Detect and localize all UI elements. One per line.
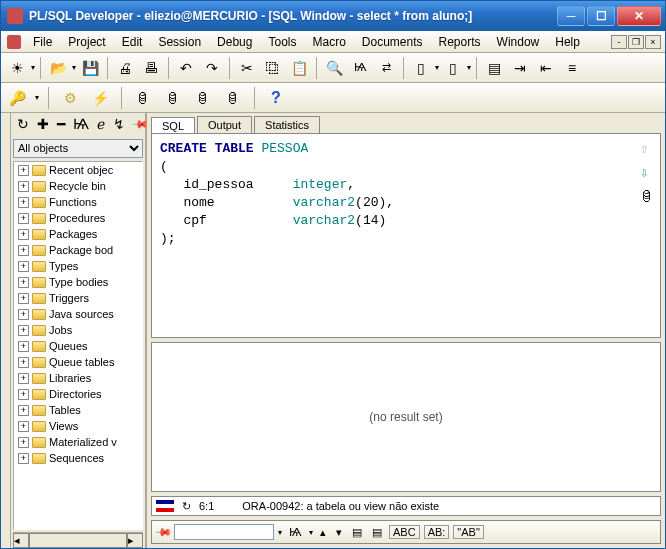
expand-icon[interactable]: + [18,293,29,304]
menu-session[interactable]: Session [150,33,209,51]
save-icon[interactable]: 💾 [78,56,102,80]
export-icon[interactable]: ▤ [482,56,506,80]
tab-sql[interactable]: SQL [151,117,195,134]
horizontal-scrollbar[interactable]: ◂▸ [13,532,143,548]
expand-icon[interactable]: + [18,405,29,416]
expand-icon[interactable]: + [18,357,29,368]
menu-edit[interactable]: Edit [114,33,151,51]
expand-icon[interactable]: + [18,389,29,400]
undo-icon[interactable]: ↶ [174,56,198,80]
help-icon[interactable]: ? [264,86,288,110]
find-prev-icon[interactable]: ▴ [317,526,329,539]
expand-icon[interactable]: + [18,213,29,224]
execute-icon[interactable]: ⚙ [58,86,82,110]
cut-icon[interactable]: ✂ [235,56,259,80]
filter-select[interactable]: All objects [13,139,143,158]
add-icon[interactable]: ✚ [35,116,51,132]
regex-button[interactable]: "AB" [453,525,483,539]
tree-item[interactable]: +Packages [14,226,142,242]
mdi-minimize-button[interactable]: - [611,35,627,49]
break-icon[interactable]: ⚡ [88,86,112,110]
db-icon[interactable]: 🛢 [221,86,245,110]
menu-file[interactable]: File [25,33,60,51]
menu-debug[interactable]: Debug [209,33,260,51]
filter-icon[interactable]: ℯ [95,116,107,132]
tools-icon[interactable]: ↯ [111,116,127,132]
redo-icon[interactable]: ↷ [200,56,224,80]
tree-item[interactable]: +Java sources [14,306,142,322]
menu-project[interactable]: Project [60,33,113,51]
titlebar[interactable]: PL/SQL Developer - eliezio@MERCURIO - [S… [1,1,665,31]
page-icon[interactable]: ▯ [409,56,433,80]
reload-icon[interactable]: ↻ [182,500,191,513]
scroll-up-icon[interactable]: ⇧ [640,140,654,158]
scroll-down-icon[interactable]: ⇩ [640,164,654,182]
search-icon[interactable]: Ѩ [71,116,91,132]
find-icon[interactable]: 🔍 [322,56,346,80]
expand-icon[interactable]: + [18,261,29,272]
goto-icon[interactable]: ▤ [369,526,385,539]
mdi-restore-button[interactable]: ❐ [628,35,644,49]
print-setup-icon[interactable]: 🖶 [139,56,163,80]
open-icon[interactable]: 📂 [46,56,70,80]
maximize-button[interactable]: ☐ [587,6,615,26]
expand-icon[interactable]: + [18,437,29,448]
menu-window[interactable]: Window [489,33,548,51]
tree-item[interactable]: +Jobs [14,322,142,338]
pin-icon[interactable]: 📌 [153,522,172,541]
expand-icon[interactable]: + [18,229,29,240]
outdent-icon[interactable]: ⇤ [534,56,558,80]
menu-reports[interactable]: Reports [431,33,489,51]
remove-icon[interactable]: ━ [55,116,67,132]
find-next-icon[interactable]: Ѩ [348,56,372,80]
tree-item[interactable]: +Functions [14,194,142,210]
expand-icon[interactable]: + [18,277,29,288]
tree-item[interactable]: +Recent objec [14,162,142,178]
highlight-icon[interactable]: ▤ [349,526,365,539]
tree-item[interactable]: +Procedures [14,210,142,226]
expand-icon[interactable]: + [18,165,29,176]
new-icon[interactable]: ☀ [5,56,29,80]
expand-icon[interactable]: + [18,181,29,192]
find-next-icon[interactable]: ▾ [333,526,345,539]
search-input[interactable] [174,524,274,540]
tree-item[interactable]: +Materialized v [14,434,142,450]
tree-item[interactable]: +Types [14,258,142,274]
copy-icon[interactable]: ⿻ [261,56,285,80]
mdi-close-button[interactable]: × [645,35,661,49]
tree-item[interactable]: +Triggers [14,290,142,306]
expand-icon[interactable]: + [18,309,29,320]
tree-item[interactable]: +Queue tables [14,354,142,370]
close-button[interactable]: ✕ [617,6,661,26]
tree-item[interactable]: +Directories [14,386,142,402]
tree-item[interactable]: +Tables [14,402,142,418]
rollback-icon[interactable]: 🛢 [191,86,215,110]
replace-icon[interactable]: ⇄ [374,56,398,80]
list-icon[interactable]: ≡ [560,56,584,80]
expand-icon[interactable]: + [18,245,29,256]
tree-item[interactable]: +Type bodies [14,274,142,290]
fetch-icon[interactable]: 🛢 [640,188,654,206]
expand-icon[interactable]: + [18,421,29,432]
print-icon[interactable]: 🖨 [113,56,137,80]
word-button[interactable]: AB: [424,525,450,539]
expand-icon[interactable]: + [18,341,29,352]
expand-icon[interactable]: + [18,325,29,336]
menu-help[interactable]: Help [547,33,588,51]
sidebar-handle[interactable] [1,113,11,548]
expand-icon[interactable]: + [18,197,29,208]
indent-icon[interactable]: ⇥ [508,56,532,80]
case-button[interactable]: ABC [389,525,420,539]
expand-icon[interactable]: + [18,453,29,464]
paste-icon[interactable]: 📋 [287,56,311,80]
tree-item[interactable]: +Views [14,418,142,434]
tree-item[interactable]: +Package bod [14,242,142,258]
tab-statistics[interactable]: Statistics [254,116,320,133]
tree-item[interactable]: +Sequences [14,450,142,466]
tree-item[interactable]: +Recycle bin [14,178,142,194]
expand-icon[interactable]: + [18,373,29,384]
key-icon[interactable]: 🔑 [5,86,29,110]
menu-tools[interactable]: Tools [260,33,304,51]
commit-icon[interactable]: 🛢 [131,86,155,110]
pages-icon[interactable]: ▯ [441,56,465,80]
